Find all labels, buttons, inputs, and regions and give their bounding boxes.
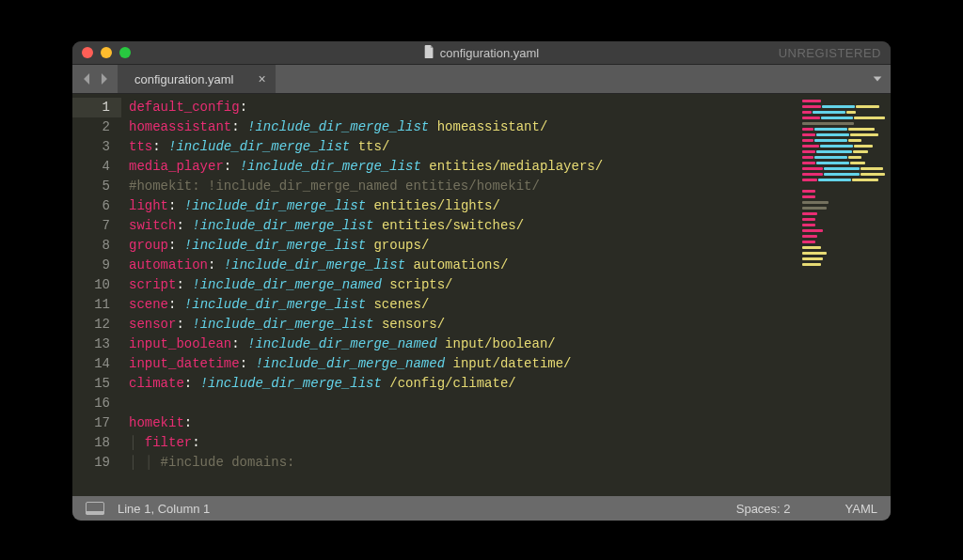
- line-number: 17: [72, 413, 110, 433]
- close-tab-button[interactable]: ×: [259, 72, 266, 86]
- window-title-text: configuration.yaml: [440, 46, 540, 60]
- minimap[interactable]: [797, 94, 891, 496]
- code-content[interactable]: default_config:homeassistant: !include_d…: [121, 94, 891, 496]
- line-number: 8: [72, 236, 110, 256]
- history-forward-button[interactable]: [95, 65, 112, 93]
- status-bar: Line 1, Column 1 Spaces: 2 YAML: [72, 496, 891, 521]
- cursor-position[interactable]: Line 1, Column 1: [118, 502, 210, 516]
- tab-configuration-yaml[interactable]: configuration.yaml ×: [118, 65, 276, 93]
- unregistered-label: UNREGISTERED: [779, 46, 881, 60]
- tab-label: configuration.yaml: [134, 72, 234, 86]
- line-number: 4: [72, 157, 110, 177]
- line-number: 14: [72, 354, 110, 374]
- line-number: 16: [72, 394, 110, 413]
- console-icon[interactable]: [86, 502, 104, 515]
- indentation-setting[interactable]: Spaces: 2: [736, 502, 791, 516]
- window-controls: [72, 47, 131, 58]
- code-line[interactable]: #homekit: !include_dir_merge_named entit…: [129, 177, 891, 196]
- line-number: 1: [72, 98, 121, 117]
- line-number-gutter: 12345678910111213141516171819: [72, 94, 121, 496]
- tab-bar: configuration.yaml ×: [72, 65, 891, 94]
- window-title: configuration.yaml: [72, 45, 891, 61]
- minimize-window-button[interactable]: [101, 47, 112, 58]
- code-line[interactable]: light: !include_dir_merge_list entities/…: [129, 196, 891, 216]
- code-line[interactable]: switch: !include_dir_merge_list entities…: [129, 216, 891, 236]
- line-number: 13: [72, 334, 110, 354]
- line-number: 19: [72, 453, 110, 473]
- code-line[interactable]: input_datetime: !include_dir_merge_named…: [129, 354, 891, 374]
- code-line[interactable]: input_boolean: !include_dir_merge_named …: [129, 334, 891, 354]
- line-number: 5: [72, 177, 110, 196]
- code-line[interactable]: climate: !include_dir_merge_list /config…: [129, 374, 891, 394]
- line-number: 18: [72, 433, 110, 453]
- syntax-setting[interactable]: YAML: [845, 502, 877, 516]
- code-line[interactable]: sensor: !include_dir_merge_list sensors/: [129, 315, 891, 334]
- document-icon: [424, 45, 434, 61]
- line-number: 6: [72, 196, 110, 216]
- line-number: 15: [72, 374, 110, 394]
- editor-window: configuration.yaml UNREGISTERED configur…: [72, 41, 891, 521]
- history-back-button[interactable]: [78, 65, 95, 93]
- code-line[interactable]: │ │ #include domains:: [129, 453, 891, 473]
- code-line[interactable]: media_player: !include_dir_merge_list en…: [129, 157, 891, 177]
- titlebar: configuration.yaml UNREGISTERED: [72, 41, 891, 65]
- code-line[interactable]: [129, 394, 891, 413]
- code-line[interactable]: homekit:: [129, 413, 891, 433]
- line-number: 3: [72, 137, 110, 157]
- code-line[interactable]: scene: !include_dir_merge_list scenes/: [129, 295, 891, 315]
- code-line[interactable]: group: !include_dir_merge_list groups/: [129, 236, 891, 256]
- code-line[interactable]: tts: !include_dir_merge_list tts/: [129, 137, 891, 157]
- line-number: 12: [72, 315, 110, 334]
- editor-area[interactable]: 12345678910111213141516171819 default_co…: [72, 94, 891, 496]
- code-line[interactable]: │ filter:: [129, 433, 891, 453]
- line-number: 9: [72, 256, 110, 275]
- line-number: 11: [72, 295, 110, 315]
- line-number: 2: [72, 117, 110, 137]
- code-line[interactable]: homeassistant: !include_dir_merge_list h…: [129, 117, 891, 137]
- tab-overflow-button[interactable]: [872, 65, 883, 93]
- line-number: 10: [72, 275, 110, 295]
- line-number: 7: [72, 216, 110, 236]
- code-line[interactable]: script: !include_dir_merge_named scripts…: [129, 275, 891, 295]
- code-line[interactable]: default_config:: [129, 98, 891, 117]
- zoom-window-button[interactable]: [119, 47, 131, 58]
- close-window-button[interactable]: [82, 47, 93, 58]
- code-line[interactable]: automation: !include_dir_merge_list auto…: [129, 256, 891, 275]
